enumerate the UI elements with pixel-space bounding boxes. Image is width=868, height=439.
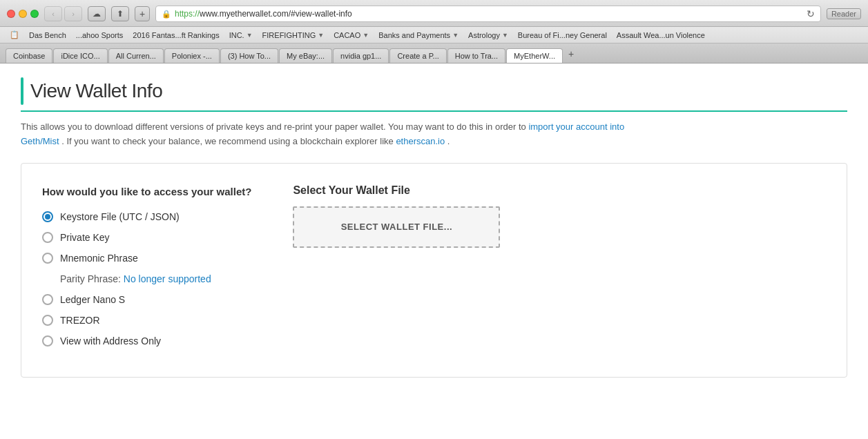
tab-all-currencies[interactable]: All Curren... (108, 48, 164, 63)
radio-trezor-circle (42, 315, 53, 326)
parity-phrase-line: Parity Phrase: No longer supported (60, 273, 251, 284)
page-description: This allows you to download different ve… (21, 120, 642, 149)
bookmark-fantasy-rankings[interactable]: 2016 Fantas...ft Rankings (128, 30, 223, 41)
reload-button[interactable]: ↻ (807, 8, 815, 19)
radio-private-key-circle (42, 232, 53, 243)
tab-nvidia[interactable]: nvidia gp1... (333, 48, 389, 63)
access-options: How would you like to access your wallet… (42, 184, 251, 356)
bookmark-reading-list[interactable]: 📋 (6, 29, 23, 41)
parity-status: No longer supported (124, 273, 211, 284)
wallet-file-section: Select Your Wallet File SELECT WALLET FI… (293, 184, 826, 248)
reading-list-button[interactable]: ☁ (88, 6, 106, 21)
bookmark-astrology[interactable]: Astrology▼ (464, 30, 512, 41)
reader-button[interactable]: Reader (827, 8, 861, 19)
radio-mnemonic-circle (42, 253, 53, 264)
bookmark-firefighting[interactable]: FIREFIGHTING▼ (258, 30, 329, 41)
radio-keystore[interactable]: Keystore File (UTC / JSON) (42, 211, 251, 222)
address-bar[interactable]: 🔒 https://www.myetherwallet.com/#view-wa… (155, 6, 821, 22)
radio-mnemonic[interactable]: Mnemonic Phrase (42, 253, 251, 264)
close-button[interactable] (7, 10, 15, 18)
radio-ledger-circle (42, 294, 53, 305)
radio-private-key-label: Private Key (60, 232, 110, 243)
bookmark-inc[interactable]: INC.▼ (225, 30, 257, 41)
radio-view-address-label: View with Address Only (60, 335, 161, 347)
forward-button[interactable]: › (64, 6, 82, 21)
tab-how-to-tra[interactable]: How to Tra... (447, 48, 505, 63)
back-button[interactable]: ‹ (44, 6, 62, 21)
browser-titlebar: ‹ › ☁ ⬆ + 🔒 https://www.myetherwallet.co… (0, 0, 868, 27)
tabs-bar: Coinbase iDice ICO... All Curren... Polo… (0, 43, 868, 64)
radio-view-address[interactable]: View with Address Only (42, 335, 251, 347)
main-card: How would you like to access your wallet… (21, 163, 847, 378)
wallet-file-label: Select Your Wallet File (293, 184, 826, 197)
page-title-section: View Wallet Info (21, 77, 847, 112)
maximize-button[interactable] (30, 10, 39, 18)
tab-coinbase[interactable]: Coinbase (6, 48, 52, 63)
bookmark-bureau[interactable]: Bureau of Fi...ney General (514, 30, 611, 41)
add-tab-button[interactable]: + (135, 6, 150, 21)
tab-how-to-3[interactable]: (3) How To... (220, 48, 278, 63)
page-title: View Wallet Info (30, 80, 162, 102)
new-tab-button[interactable]: + (563, 46, 579, 61)
tab-ebay[interactable]: My eBay:... (279, 48, 332, 63)
bookmarks-bar: 📋 Das Bench ...ahoo Sports 2016 Fantas..… (0, 27, 868, 43)
radio-mnemonic-label: Mnemonic Phrase (60, 253, 138, 264)
radio-view-address-circle (42, 335, 53, 347)
parity-phrase-label: Parity Phrase: (60, 273, 121, 284)
select-wallet-file-button[interactable]: SELECT WALLET FILE... (293, 206, 500, 248)
tab-poloniex[interactable]: Poloniex -... (164, 48, 220, 63)
access-question: How would you like to access your wallet… (42, 184, 251, 199)
share-button[interactable]: ⬆ (111, 6, 129, 21)
radio-ledger-label: Ledger Nano S (60, 294, 125, 305)
radio-trezor-label: TREZOR (60, 315, 100, 326)
title-accent (21, 77, 23, 105)
page-content: View Wallet Info This allows you to down… (0, 64, 868, 398)
ssl-icon: 🔒 (162, 10, 171, 19)
tab-myetherwallet[interactable]: MyEtherW... (506, 48, 563, 64)
radio-trezor[interactable]: TREZOR (42, 315, 251, 326)
radio-keystore-circle (42, 211, 53, 222)
tab-idice[interactable]: iDice ICO... (53, 48, 107, 63)
nav-buttons: ‹ › (44, 6, 82, 21)
url-text: https://www.myetherwallet.com/#view-wall… (175, 9, 803, 19)
bookmark-das-bench[interactable]: Das Bench (25, 30, 70, 41)
etherscan-link[interactable]: etherscan.io (396, 136, 445, 146)
traffic-lights (7, 10, 39, 18)
bookmark-yahoo-sports[interactable]: ...ahoo Sports (72, 30, 128, 41)
radio-keystore-label: Keystore File (UTC / JSON) (60, 211, 180, 222)
radio-private-key[interactable]: Private Key (42, 232, 251, 243)
radio-ledger[interactable]: Ledger Nano S (42, 294, 251, 305)
bookmark-assault[interactable]: Assault Wea...un Violence (613, 30, 709, 41)
tab-create-p[interactable]: Create a P... (389, 48, 446, 63)
bookmark-cacao[interactable]: CACAO▼ (329, 30, 373, 41)
minimize-button[interactable] (19, 10, 27, 18)
bookmark-banks-payments[interactable]: Banks and Payments▼ (374, 30, 463, 41)
